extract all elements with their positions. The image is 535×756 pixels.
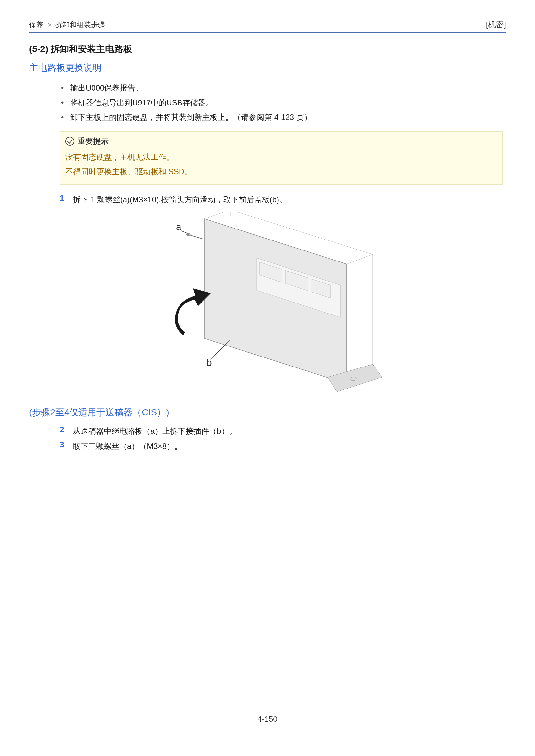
bullet-item: 卸下主板上的固态硬盘，并将其装到新主板上。（请参阅第 4-123 页） bbox=[60, 110, 506, 125]
important-notice-box: 重要提示 没有固态硬盘，主机无法工作。 不得同时更换主板、驱动板和 SSD。 bbox=[60, 131, 503, 185]
step-item: 1 拆下 1 颗螺丝(a)(M3×10),按箭头方向滑动，取下前后盖板(b)。 bbox=[60, 194, 506, 206]
page-number: 4-150 bbox=[0, 715, 535, 724]
leader-line-a bbox=[181, 231, 187, 233]
screw-a-shape bbox=[186, 233, 203, 239]
step-text: 拆下 1 颗螺丝(a)(M3×10),按箭头方向滑动，取下前后盖板(b)。 bbox=[73, 194, 287, 206]
important-text-line: 没有固态硬盘，主机无法工作。 bbox=[65, 149, 496, 165]
confidential-label: [机密] bbox=[486, 19, 506, 30]
figure-diagram: a b bbox=[146, 212, 389, 396]
step-number: 2 bbox=[60, 425, 66, 437]
checkmark-circle-icon bbox=[65, 137, 74, 146]
step-number: 3 bbox=[60, 440, 66, 452]
step-text: 取下三颗螺丝（a）（M3×8）。 bbox=[73, 440, 182, 452]
figure-label-a: a bbox=[176, 221, 182, 232]
subsection-title: 主电路板更换说明 bbox=[29, 62, 506, 74]
bullet-item: 将机器信息导出到U917中的USB存储器。 bbox=[60, 95, 506, 110]
breadcrumb-separator-icon: > bbox=[47, 21, 51, 29]
svg-line-10 bbox=[190, 235, 203, 239]
important-header: 重要提示 bbox=[65, 136, 496, 147]
bullet-item: 输出U000保养报告。 bbox=[60, 80, 506, 95]
figure-label-b: b bbox=[206, 357, 212, 368]
step-item: 3 取下三颗螺丝（a）（M3×8）。 bbox=[60, 440, 506, 452]
disassembly-diagram-svg: a b bbox=[146, 212, 389, 396]
header-divider bbox=[29, 32, 506, 33]
bullet-list: 输出U000保养报告。 将机器信息导出到U917中的USB存储器。 卸下主板上的… bbox=[60, 80, 506, 125]
step-text: 从送稿器中继电路板（a）上拆下接插件（b）。 bbox=[73, 425, 237, 437]
page-header: 保养 > 拆卸和组装步骤 [机密] bbox=[29, 19, 506, 30]
subsection-title-2: (步骤2至4仅适用于送稿器（CIS）) bbox=[29, 406, 506, 418]
breadcrumb-current: 拆卸和组装步骤 bbox=[55, 21, 105, 29]
step-number: 1 bbox=[60, 194, 66, 206]
section-title: (5-2) 拆卸和安装主电路板 bbox=[29, 43, 506, 55]
important-title: 重要提示 bbox=[78, 136, 109, 147]
important-text-line: 不得同时更换主板、驱动板和 SSD。 bbox=[65, 164, 496, 179]
breadcrumb-parent: 保养 bbox=[29, 21, 43, 29]
step-item: 2 从送稿器中继电路板（a）上拆下接插件（b）。 bbox=[60, 425, 506, 437]
breadcrumb: 保养 > 拆卸和组装步骤 bbox=[29, 20, 105, 30]
